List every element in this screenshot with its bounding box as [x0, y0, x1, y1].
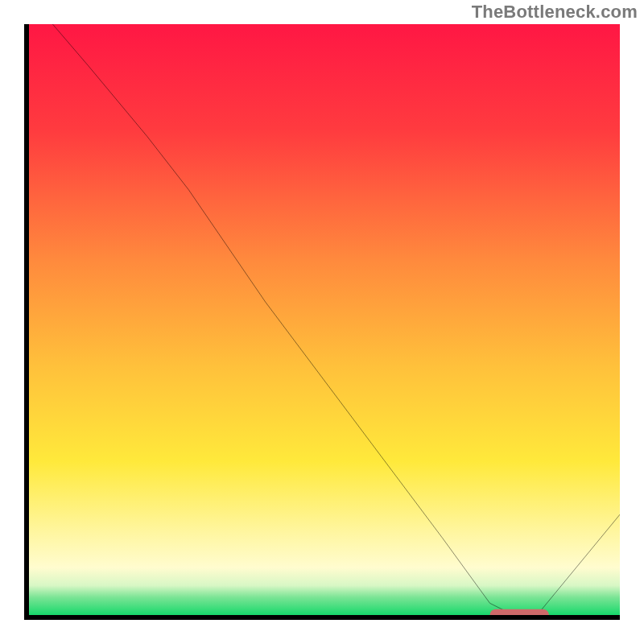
attribution-label: TheBottleneck.com [472, 2, 638, 23]
chart-plot [29, 24, 620, 615]
gradient-background [29, 24, 620, 615]
chart-canvas: TheBottleneck.com [0, 0, 644, 644]
minimum-marker [490, 609, 549, 615]
